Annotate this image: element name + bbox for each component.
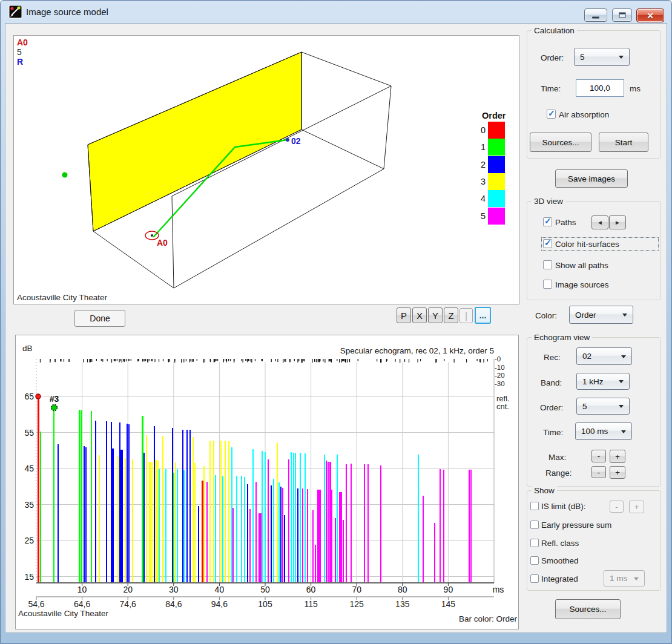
calc-time-input[interactable]: 100,0: [576, 79, 624, 97]
minimize-button[interactable]: [584, 8, 607, 22]
integrated-checkbox[interactable]: [530, 574, 539, 583]
rec-select[interactable]: 02: [576, 347, 632, 365]
color-hit-surfaces-checkbox[interactable]: [543, 239, 552, 248]
view-y-button[interactable]: Y: [428, 307, 443, 323]
minimize-icon: [592, 17, 599, 19]
svg-text:115: 115: [304, 599, 318, 609]
echogram-title: Specular echogram, rec 02, 1 kHz, order …: [340, 346, 494, 355]
restore-button[interactable]: [612, 8, 632, 22]
svg-text:50: 50: [260, 585, 270, 594]
show-group-label: Show: [532, 486, 557, 495]
is-limit-minus-button[interactable]: -: [610, 501, 624, 513]
color-hit-surfaces-label[interactable]: Color hit-surfaces: [555, 240, 619, 249]
show-all-paths-checkbox[interactable]: [543, 260, 552, 269]
smoothed-label[interactable]: Smoothed: [541, 556, 579, 565]
svg-text:-30: -30: [495, 380, 505, 387]
chevron-down-icon: [619, 405, 624, 408]
path-prev-button[interactable]: ◄: [591, 215, 608, 229]
svg-text:70: 70: [352, 585, 361, 594]
range-minus-button[interactable]: -: [591, 466, 606, 478]
chevron-down-icon: [634, 577, 639, 580]
range-plus-button[interactable]: +: [610, 466, 625, 479]
chevron-down-icon: [622, 314, 627, 317]
app-icon: [8, 5, 22, 19]
svg-text:20: 20: [123, 585, 133, 594]
restore-icon: [619, 13, 625, 18]
refl-class-checkbox[interactable]: [530, 539, 539, 547]
svg-text:Acoustaville City Theater: Acoustaville City Theater: [17, 293, 108, 302]
early-pressure-sum-checkbox[interactable]: [530, 521, 539, 529]
view3d-group-label: 3D view: [532, 197, 565, 206]
image-sources-label[interactable]: Image sources: [555, 280, 609, 289]
air-absorption-checkbox[interactable]: [547, 110, 556, 119]
chevron-down-icon: [619, 380, 624, 383]
image-sources-checkbox[interactable]: [543, 280, 552, 289]
svg-text:135: 135: [395, 599, 410, 609]
is-limit-checkbox[interactable]: [530, 502, 539, 510]
integrated-time-select[interactable]: 1 ms: [604, 570, 645, 586]
is-limit-label[interactable]: IS limit (dB):: [541, 502, 586, 511]
path-next-button[interactable]: ►: [609, 215, 626, 229]
paths-checkbox[interactable]: [543, 217, 552, 226]
legend-entry-order-3: 3: [477, 173, 505, 190]
refl-class-label[interactable]: Refl. class: [541, 539, 579, 548]
show-sources-button[interactable]: Sources...: [555, 599, 621, 619]
save-images-button[interactable]: Save images: [555, 169, 628, 188]
max-plus-button[interactable]: +: [610, 450, 625, 463]
view-more-button[interactable]: ...: [475, 307, 491, 324]
view-pipe-button[interactable]: |: [460, 308, 473, 323]
paths-label[interactable]: Paths: [555, 218, 576, 227]
done-button[interactable]: Done: [74, 310, 125, 327]
calc-time-label: Time:: [541, 84, 561, 93]
room-3d-scene: A002A05RAcoustaville City Theater: [14, 36, 519, 304]
integrated-label[interactable]: Integrated: [541, 574, 578, 583]
svg-text:54,6: 54,6: [28, 599, 44, 609]
svg-text:dB: dB: [22, 344, 33, 353]
echo-order-select[interactable]: 5: [576, 398, 630, 415]
color-value: Order: [575, 310, 596, 320]
integrated-time-value: 1 ms: [610, 574, 627, 583]
order-legend-title: Order: [482, 111, 506, 120]
image-source-dot: [62, 172, 68, 178]
show-all-paths-label[interactable]: Show all paths: [555, 261, 608, 270]
band-select[interactable]: 1 kHz: [576, 373, 630, 390]
rec-label: Rec:: [544, 353, 561, 362]
svg-text:60: 60: [306, 585, 316, 594]
echo-time-select[interactable]: 100 ms: [575, 422, 632, 440]
smoothed-checkbox[interactable]: [530, 556, 539, 565]
legend-entry-order-2: 2: [477, 156, 505, 173]
echogram-view-group-label: Echogram view: [532, 333, 592, 342]
max-minus-button[interactable]: -: [591, 450, 606, 462]
early-pressure-sum-label[interactable]: Early pressure sum: [541, 521, 611, 530]
calc-sources-button[interactable]: Sources...: [530, 133, 591, 152]
legend-entry-order-0: 0: [477, 122, 505, 139]
start-button[interactable]: Start: [599, 133, 648, 152]
svg-text:cnt.: cnt.: [496, 402, 509, 411]
calc-order-select[interactable]: 5: [574, 48, 630, 66]
legend-color-swatch: [488, 208, 505, 225]
echogram-panel[interactable]: #3102030405060708090ms65554535251554,664…: [15, 335, 519, 629]
view-x-button[interactable]: X: [412, 307, 427, 323]
chevron-down-icon: [619, 56, 624, 59]
svg-text:45: 45: [24, 464, 34, 473]
close-button[interactable]: ✕: [636, 8, 664, 22]
legend-color-swatch: [488, 173, 505, 190]
air-absorption-label[interactable]: Air absorption: [559, 110, 609, 119]
view-z-button[interactable]: Z: [444, 307, 458, 323]
svg-text:25: 25: [24, 536, 34, 545]
legend-entry-order-5: 5: [477, 208, 505, 225]
view-p-button[interactable]: P: [397, 307, 411, 323]
svg-text:145: 145: [441, 599, 456, 609]
svg-text:105: 105: [258, 599, 272, 609]
room-3d-view[interactable]: A002A05RAcoustaville City Theater: [13, 35, 519, 304]
color-select[interactable]: Order: [569, 306, 633, 324]
echo-time-label: Time:: [543, 428, 563, 437]
band-value: 1 kHz: [582, 377, 604, 386]
echogram-bars: [38, 396, 472, 582]
echo-order-value: 5: [582, 402, 587, 411]
legend-color-swatch: [488, 190, 505, 207]
echo-order-label: Order:: [540, 403, 563, 412]
svg-text:94,6: 94,6: [211, 599, 228, 609]
is-limit-plus-button[interactable]: +: [629, 501, 644, 513]
close-icon: ✕: [647, 12, 654, 20]
